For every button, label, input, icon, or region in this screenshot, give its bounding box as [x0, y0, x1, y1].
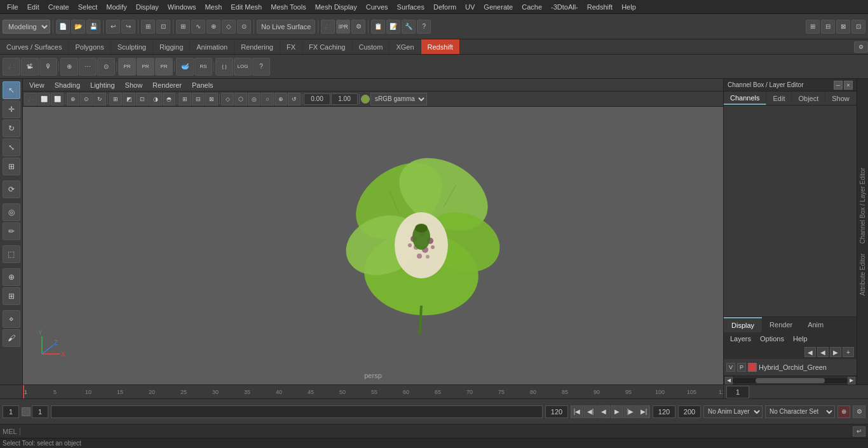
- pr-icon-3[interactable]: PR: [155, 58, 173, 76]
- scroll-right-btn[interactable]: ▶: [848, 377, 855, 384]
- open-btn[interactable]: 📂: [71, 20, 85, 34]
- menu-help[interactable]: Help: [617, 2, 641, 12]
- vp-hud-btn[interactable]: ⊟: [192, 93, 205, 105]
- vp-menu-lighting[interactable]: Lighting: [86, 81, 119, 90]
- max-range-input[interactable]: [678, 405, 701, 418]
- layer-new-btn[interactable]: +: [843, 347, 854, 357]
- cam-icon[interactable]: 🎥: [3, 58, 20, 76]
- vp-refresh-btn[interactable]: ↺: [288, 93, 301, 105]
- menu-surfaces[interactable]: Surfaces: [393, 2, 429, 12]
- vp-menu-view[interactable]: View: [25, 81, 48, 90]
- vp-lit-btn[interactable]: ◑: [149, 93, 162, 105]
- layout-btn-1[interactable]: ⊞: [806, 20, 820, 34]
- skip-end-btn[interactable]: ▶|: [637, 405, 650, 418]
- skip-start-btn[interactable]: |◀: [571, 405, 583, 418]
- scroll-left-btn[interactable]: ◀: [725, 377, 733, 384]
- log-icon[interactable]: LOG: [234, 58, 252, 76]
- tab-polygons[interactable]: Polygons: [69, 39, 111, 54]
- layer-sort-btn-1[interactable]: ◀: [804, 347, 816, 357]
- snap-live-btn[interactable]: ⊙: [237, 20, 251, 34]
- scale-tool-btn[interactable]: ⤡: [3, 139, 20, 156]
- vp-subd-btn[interactable]: ⬡: [234, 93, 247, 105]
- auto-key-btn[interactable]: ⊕: [837, 405, 850, 418]
- snap-grid-btn[interactable]: ⊞: [176, 20, 190, 34]
- menu-generate[interactable]: Generate: [479, 2, 517, 12]
- layer-v-toggle[interactable]: V: [726, 363, 735, 372]
- menu-windows[interactable]: Windows: [163, 2, 201, 12]
- save-btn[interactable]: 💾: [86, 20, 100, 34]
- lasso-btn[interactable]: ⊡: [156, 20, 170, 34]
- no-character-set-select[interactable]: No Character Set: [765, 405, 835, 418]
- select-tool-btn[interactable]: ↖: [3, 81, 20, 99]
- cb-tab-object[interactable]: Object: [792, 92, 825, 105]
- tab-curves-surfaces[interactable]: Curves / Surfaces: [0, 39, 69, 54]
- menu-mesh-tools[interactable]: Mesh Tools: [266, 2, 310, 12]
- rs-icon[interactable]: RS: [194, 58, 212, 76]
- dr-tab-anim[interactable]: Anim: [800, 317, 831, 332]
- outline-btn[interactable]: 📋: [371, 20, 385, 34]
- pr-icon-1[interactable]: PR: [118, 58, 136, 76]
- script-icon[interactable]: { }: [215, 58, 233, 76]
- vp-aa-btn[interactable]: ⊕: [275, 93, 287, 105]
- timeline-bar[interactable]: [51, 405, 543, 418]
- bowl-icon[interactable]: 🥣: [176, 58, 194, 76]
- timeline-numbers[interactable]: 1 5 10 15 20 25 30 35 40 45 50 55 60 65 …: [23, 385, 723, 398]
- step-fwd-btn[interactable]: |▶: [624, 405, 637, 418]
- vp-light-btn[interactable]: ○: [261, 93, 274, 105]
- cb-tab-edit[interactable]: Edit: [766, 92, 792, 105]
- frame-number-input[interactable]: [726, 386, 749, 398]
- snap-surface-btn[interactable]: ◇: [222, 20, 236, 34]
- vp-camera-btn[interactable]: 🎥: [24, 93, 37, 105]
- tab-sculpting[interactable]: Sculpting: [111, 39, 153, 54]
- snap-point-btn[interactable]: ⊕: [207, 20, 220, 34]
- layout-btn-3[interactable]: ⊠: [836, 20, 850, 34]
- edge-tab-attribute[interactable]: Attribute Editor: [858, 248, 867, 301]
- edge-tab-channel-box[interactable]: Channel Box / Layer Editor: [858, 163, 867, 249]
- render-btn[interactable]: 🎥: [321, 20, 335, 34]
- transform-tool-btn[interactable]: ⊞: [3, 158, 20, 175]
- vp-next-btn[interactable]: ⬜: [51, 93, 64, 105]
- tab-fx-caching[interactable]: FX Caching: [302, 39, 352, 54]
- vp-value-input-1[interactable]: [304, 93, 330, 105]
- attr-editor-btn[interactable]: 📝: [386, 20, 400, 34]
- step-back-btn[interactable]: ◀|: [584, 405, 597, 418]
- paint-select-btn[interactable]: ✏: [3, 222, 20, 240]
- vp-shadow-btn[interactable]: ◓: [163, 93, 175, 105]
- vp-menu-shading[interactable]: Shading: [51, 81, 84, 90]
- menu-mesh[interactable]: Mesh: [200, 2, 226, 12]
- paint-btn[interactable]: 🖌: [3, 329, 20, 347]
- vp-menu-panels[interactable]: Panels: [188, 81, 217, 90]
- menu-modify[interactable]: Modify: [102, 2, 131, 12]
- layer-row-orchid[interactable]: V P Hybrid_Orchid_Green: [725, 360, 855, 374]
- gamma-select[interactable]: sRGB gamma: [370, 93, 427, 105]
- mode-dropdown[interactable]: Modeling: [3, 20, 50, 34]
- redo-btn[interactable]: ↪: [121, 20, 135, 34]
- layers-menu-layers[interactable]: Layers: [726, 334, 755, 343]
- no-anim-layer-select[interactable]: No Anim Layer: [703, 405, 763, 418]
- range-checkbox[interactable]: [22, 407, 31, 416]
- layout-btn-2[interactable]: ⊟: [821, 20, 835, 34]
- play-back-btn[interactable]: ◀: [597, 405, 610, 418]
- tab-animation[interactable]: Animation: [190, 39, 234, 54]
- snap-snap-btn[interactable]: ⋄: [3, 310, 20, 328]
- scroll-track[interactable]: [733, 378, 848, 383]
- range-end-input[interactable]: [545, 405, 568, 418]
- menu-deform[interactable]: Deform: [429, 2, 461, 12]
- play-fwd-btn[interactable]: ▶: [611, 405, 623, 418]
- menu-cache[interactable]: Cache: [517, 2, 546, 12]
- dr-tab-display[interactable]: Display: [724, 317, 762, 332]
- select-btn[interactable]: ⊞: [141, 20, 155, 34]
- vp-grid-btn[interactable]: ⊞: [179, 93, 191, 105]
- cmd-execute-btn[interactable]: ↵: [853, 426, 865, 437]
- range-start-input[interactable]: [3, 405, 19, 418]
- dr-tab-render[interactable]: Render: [762, 317, 800, 332]
- mic-icon[interactable]: 🎙: [39, 58, 57, 76]
- pr-icon-2[interactable]: PR: [137, 58, 154, 76]
- rotate-tool-btn[interactable]: ↻: [3, 119, 20, 137]
- layer-sort-btn-2[interactable]: ◀: [817, 347, 829, 357]
- viewport-3d[interactable]: .gridline{stroke:#666;stroke-width:0.5;o…: [23, 107, 723, 384]
- soft-select-btn[interactable]: ◎: [3, 203, 20, 221]
- tab-xgen[interactable]: XGen: [390, 39, 421, 54]
- vp-iso-btn[interactable]: ◇: [221, 93, 234, 105]
- manip-btn-2[interactable]: ⊞: [3, 287, 20, 305]
